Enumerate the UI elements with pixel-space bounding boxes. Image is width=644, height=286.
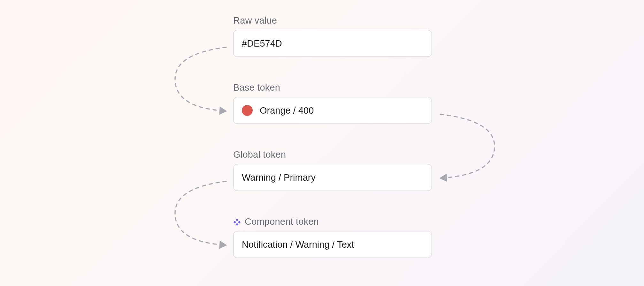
component-token-box: Notification / Warning / Text: [233, 231, 432, 258]
diamond-icon: [233, 218, 241, 226]
svg-rect-2: [238, 221, 241, 223]
global-token-label: Global token: [233, 149, 286, 160]
global-token-box: Warning / Primary: [233, 164, 432, 191]
global-token-text: Warning / Primary: [242, 172, 316, 183]
component-token-label: Component token: [233, 216, 319, 227]
svg-rect-3: [236, 223, 238, 225]
base-token-label: Base token: [233, 82, 280, 93]
arrow-raw-to-base: [169, 41, 236, 117]
component-token-text: Notification / Warning / Text: [242, 239, 354, 250]
arrow-global-to-component: [169, 175, 236, 252]
color-swatch-icon: [242, 105, 253, 116]
base-token-box: Orange / 400: [233, 97, 432, 124]
arrow-base-to-global: [434, 108, 501, 184]
svg-rect-0: [236, 219, 238, 221]
raw-value-box: #DE574D: [233, 30, 432, 57]
base-token-text: Orange / 400: [260, 105, 314, 116]
svg-rect-1: [234, 221, 236, 223]
raw-value-text: #DE574D: [242, 38, 282, 49]
raw-value-label: Raw value: [233, 15, 277, 26]
